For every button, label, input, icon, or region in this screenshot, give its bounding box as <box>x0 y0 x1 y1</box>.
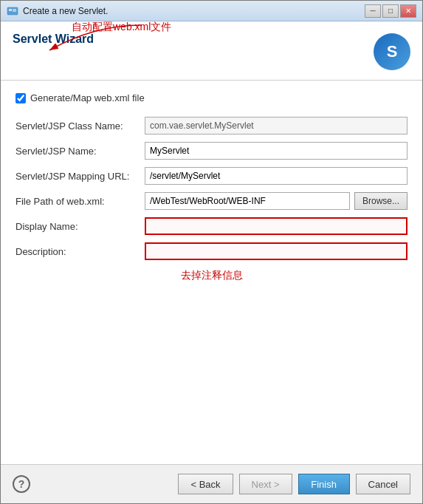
minimize-button[interactable]: ─ <box>365 4 381 18</box>
file-path-group: Browse... <box>145 192 407 210</box>
file-path-row: File Path of web.xml: Browse... <box>16 192 407 210</box>
servlet-name-input[interactable] <box>145 142 407 160</box>
mapping-url-input[interactable] <box>145 167 407 185</box>
class-name-row: Servlet/JSP Class Name: <box>16 117 407 134</box>
header-section: Servlet Wizard 自动配置web.xml文件 S <box>1 21 422 81</box>
window-title: Create a new Servlet. <box>23 6 365 16</box>
servlet-name-label: Servlet/JSP Name: <box>16 146 145 157</box>
cancel-button[interactable]: Cancel <box>356 474 410 494</box>
footer-buttons: < Back Next > Finish Cancel <box>178 474 410 494</box>
form-content: Generate/Map web.xml file Servlet/JSP Cl… <box>1 81 422 464</box>
wizard-window: Create a new Servlet. ─ □ ✕ Servlet Wiza… <box>0 0 423 504</box>
servlet-name-row: Servlet/JSP Name: <box>16 142 407 160</box>
close-button[interactable]: ✕ <box>400 4 416 18</box>
display-name-input[interactable] <box>145 217 407 235</box>
description-row: Description: <box>16 242 407 260</box>
window-icon <box>7 5 18 17</box>
browse-button[interactable]: Browse... <box>354 192 407 210</box>
help-button[interactable]: ? <box>13 475 30 493</box>
class-name-label: Servlet/JSP Class Name: <box>16 120 145 132</box>
class-name-input[interactable] <box>145 117 407 134</box>
maximize-button[interactable]: □ <box>382 4 399 18</box>
back-button[interactable]: < Back <box>178 474 233 494</box>
file-path-input[interactable] <box>145 192 350 210</box>
file-path-label: File Path of web.xml: <box>16 196 145 207</box>
next-button[interactable]: Next > <box>239 474 292 494</box>
mapping-url-row: Servlet/JSP Mapping URL: <box>16 167 407 185</box>
description-input[interactable] <box>145 242 407 260</box>
generate-webxml-checkbox[interactable] <box>16 93 26 103</box>
display-name-label: Display Name: <box>16 221 145 232</box>
annotation-center-text: 去掉注释信息 <box>181 269 243 281</box>
checkbox-label[interactable]: Generate/Map web.xml file <box>30 92 145 103</box>
description-label: Description: <box>16 246 145 257</box>
window-controls: ─ □ ✕ <box>365 4 416 18</box>
display-name-row: Display Name: <box>16 217 407 235</box>
annotation-text: 自动配置web.xml文件 <box>72 21 171 34</box>
footer: ? < Back Next > Finish Cancel <box>1 464 422 503</box>
header-left: Servlet Wizard 自动配置web.xml文件 <box>13 33 374 71</box>
wizard-logo: S <box>374 33 410 70</box>
checkbox-row: Generate/Map web.xml file <box>16 92 407 103</box>
finish-button[interactable]: Finish <box>298 474 350 494</box>
mapping-url-label: Servlet/JSP Mapping URL: <box>16 171 145 182</box>
center-annotation: 去掉注释信息 <box>16 269 407 282</box>
svg-rect-1 <box>9 9 12 11</box>
